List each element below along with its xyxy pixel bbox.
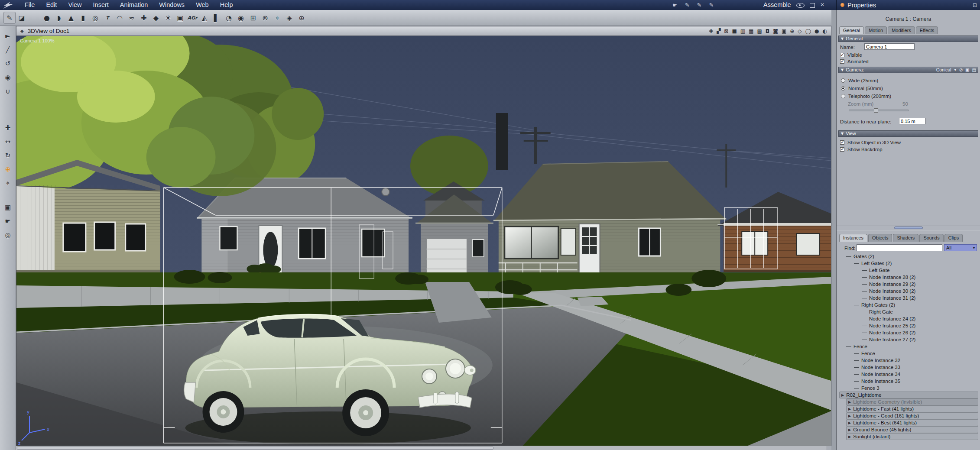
tree-item[interactable]: ▶ Node Instance 31 (2)	[862, 295, 978, 301]
tree-item[interactable]: ▶ Sunlight (distant)	[846, 433, 978, 440]
toolbar-icon[interactable]: ⊕	[295, 12, 308, 24]
properties-tab[interactable]: Modifiers	[888, 26, 915, 34]
viewport-option-icon[interactable]: ▣	[782, 28, 786, 34]
expand-arrow-icon[interactable]: ▶	[848, 400, 851, 404]
checkbox[interactable]	[840, 53, 844, 57]
toolbar-icon[interactable]: ◉	[235, 12, 247, 24]
menu-item[interactable]: Edit	[40, 0, 62, 10]
scrollbar-thumb[interactable]	[17, 447, 493, 450]
window-restore-icon[interactable]	[810, 3, 815, 8]
checkbox[interactable]	[840, 147, 844, 152]
palette-tool-icon[interactable]: ↺	[2, 58, 13, 69]
palette-tool-icon[interactable]: ↔	[2, 136, 13, 147]
properties-tab[interactable]: Effects	[916, 26, 938, 34]
slider-thumb[interactable]	[874, 108, 878, 113]
menu-bar-tool-icon[interactable]: ☛	[672, 2, 678, 8]
toolbar-icon[interactable]: ◎	[89, 12, 101, 24]
viewport-option-icon[interactable]: ◯	[805, 28, 811, 34]
camera-bar-icon[interactable]: ▤	[972, 67, 976, 73]
checkbox[interactable]	[840, 140, 844, 145]
viewport-titlebar[interactable]: ◆ 3DView of Doc1 ✚▞⊠■▥▦▩◘◙▣⊕◇◯●◐	[16, 26, 831, 36]
toolbar-icon[interactable]: ✚	[138, 12, 150, 24]
toolbar-icon[interactable]: ◗	[53, 12, 65, 24]
palette-tool-icon[interactable]: ◉	[2, 72, 13, 83]
tree-item[interactable]: ▶ Left Gate	[862, 267, 978, 274]
menu-item[interactable]: Insert	[88, 0, 114, 10]
toolbar-icon[interactable]: T	[101, 12, 114, 24]
radio-button[interactable]	[841, 78, 845, 83]
toolbar-icon[interactable]: ▌	[211, 12, 223, 24]
tree-item[interactable]: ▶ R02_Lightdome	[839, 392, 978, 398]
slider-track[interactable]	[849, 110, 909, 111]
toolbar-icon[interactable]: ◆	[150, 12, 162, 24]
browser-tab[interactable]: Objects	[868, 234, 892, 242]
tree-item[interactable]: ▶ Node Instance 25 (2)	[862, 322, 978, 329]
viewport-option-icon[interactable]: ◙	[773, 28, 778, 34]
menu-item[interactable]: Windows	[153, 0, 190, 10]
tree-item[interactable]: ▶ Node Instance 33	[854, 364, 978, 371]
tree-item[interactable]: ▶ Fence	[846, 343, 978, 350]
tree-item[interactable]: ▶ Right Gates (2)	[854, 301, 978, 308]
checkbox[interactable]	[840, 59, 844, 64]
camera-bar-icon[interactable]: ⊘	[959, 67, 963, 73]
palette-tool-icon[interactable]: ↻	[2, 150, 13, 161]
viewport-menu-icon[interactable]: ◆	[20, 29, 24, 33]
projection-dropdown[interactable]: Conical	[936, 67, 951, 73]
tree-item[interactable]: ▶ Ground Bounce (45 lights)	[846, 426, 978, 433]
tree-item[interactable]: ▶ Lightdome - Good (161 lights)	[846, 412, 978, 419]
expand-arrow-icon[interactable]: ▶	[848, 421, 851, 425]
viewport-option-icon[interactable]: ◐	[823, 28, 827, 34]
palette-tool-icon[interactable]: ☛	[2, 216, 13, 227]
name-input[interactable]	[864, 43, 915, 50]
find-input[interactable]	[857, 244, 942, 251]
tree-item[interactable]: ▶ Right Gate	[862, 308, 978, 315]
menu-item[interactable]: Web	[190, 0, 214, 10]
radio-button[interactable]	[841, 94, 845, 98]
toolbar-icon[interactable]: ⊞	[247, 12, 259, 24]
menu-item[interactable]: Help	[214, 0, 239, 10]
properties-tab[interactable]: Motion	[865, 26, 887, 34]
tree-item[interactable]: ▶ Fence	[854, 350, 978, 357]
browser-tab[interactable]: Shaders	[893, 234, 918, 242]
palette-tool-icon[interactable]: ∪	[2, 86, 13, 97]
palette-tool-icon[interactable]: ►	[2, 30, 13, 42]
viewport-option-icon[interactable]: ▦	[749, 28, 753, 34]
zoom-slider[interactable]	[849, 108, 909, 113]
viewport-option-icon[interactable]: ■	[732, 28, 737, 34]
collapse-arrow-icon[interactable]: ▼	[841, 130, 844, 137]
viewport-option-icon[interactable]: ⊕	[790, 28, 794, 34]
expand-arrow-icon[interactable]: ▶	[848, 428, 851, 432]
browser-tab[interactable]: Clips	[944, 234, 963, 242]
tree-item[interactable]: ▶ Node Instance 29 (2)	[862, 281, 978, 288]
menu-item[interactable]: File	[19, 0, 40, 10]
collapse-arrow-icon[interactable]: ▼	[841, 67, 844, 73]
properties-tab[interactable]: General	[839, 26, 864, 34]
section-general[interactable]: ▼ General	[838, 36, 978, 42]
section-camera[interactable]: ▼ Camera: Conical ▾ ⊘▣▤	[838, 67, 978, 73]
tree-item[interactable]: ▶ Left Gates (2)	[854, 260, 978, 267]
visibility-eye-icon[interactable]	[796, 3, 805, 8]
palette-tool-icon[interactable]: ✚	[2, 122, 13, 133]
expand-arrow-icon[interactable]: ▶	[848, 407, 851, 411]
palette-tool-icon[interactable]: ⊕	[2, 164, 13, 175]
splitter-handle[interactable]	[894, 227, 923, 229]
menu-bar-tool-icon[interactable]: ✎	[685, 2, 690, 8]
viewport-option-icon[interactable]: ◇	[798, 28, 802, 34]
section-view[interactable]: ▼ View	[838, 130, 978, 137]
toolbar-icon[interactable]: ◔	[223, 12, 235, 24]
expand-arrow-icon[interactable]: ▶	[841, 393, 844, 397]
expand-arrow-icon[interactable]: ▶	[848, 414, 851, 418]
palette-tool-icon[interactable]: ◎	[2, 230, 13, 241]
browser-tab[interactable]: Sounds	[919, 234, 943, 242]
tree-item[interactable]: ▶ Lightdome - Best (641 lights)	[846, 419, 978, 426]
tree-item[interactable]: ▶ Node Instance 34	[854, 371, 978, 378]
toolbar-icon[interactable]: ⊚	[259, 12, 271, 24]
panel-splitter[interactable]	[837, 226, 980, 230]
tree-item[interactable]: ▶ Node Instance 30 (2)	[862, 288, 978, 295]
radio-button[interactable]	[841, 86, 845, 91]
toolbar-icon[interactable]: ●	[41, 12, 53, 24]
palette-tool-icon[interactable]: ╱	[2, 44, 13, 55]
horizontal-scrollbar[interactable]	[16, 446, 831, 450]
tree-item[interactable]: ▶ Node Instance 26 (2)	[862, 329, 978, 336]
tree-item[interactable]: ▶ Node Instance 32	[854, 357, 978, 364]
